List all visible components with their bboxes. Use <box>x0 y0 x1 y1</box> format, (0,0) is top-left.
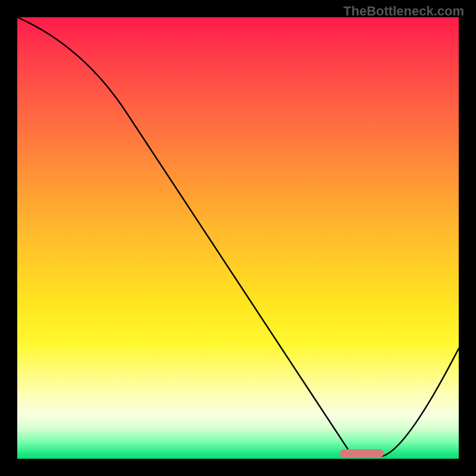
optimal-range-marker <box>340 449 384 458</box>
chart-plot-area <box>17 17 459 459</box>
watermark-text: TheBottleneck.com <box>343 4 464 19</box>
bottleneck-curve <box>17 17 459 459</box>
